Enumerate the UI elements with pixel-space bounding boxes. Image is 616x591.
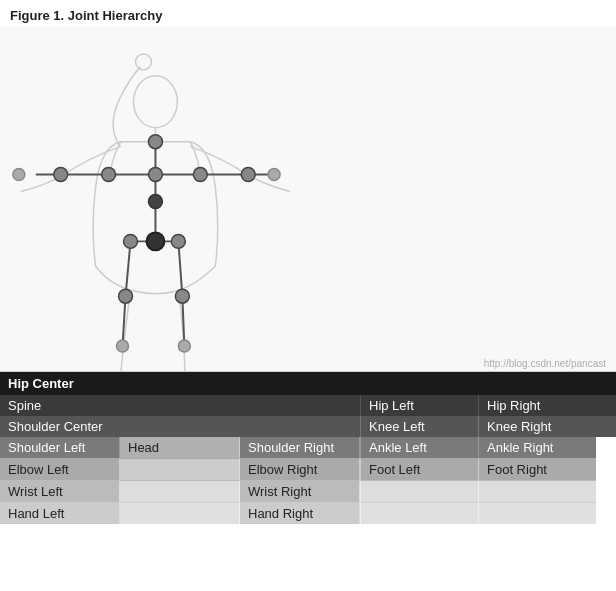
empty-cell-2 (120, 481, 240, 503)
row-shoulders-ankles: Shoulder Left Head Shoulder Right Ankle … (0, 437, 616, 459)
svg-point-0 (134, 76, 178, 128)
elbow-right-cell: Elbow Right (240, 459, 360, 481)
svg-point-2 (136, 54, 152, 70)
svg-point-10 (148, 135, 162, 149)
row-elbows-feet: Elbow Left Elbow Right Foot Left Foot Ri… (0, 459, 616, 481)
elbow-left-label: Elbow Left (8, 462, 69, 477)
hand-left-cell: Hand Left (0, 503, 120, 524)
row-hands: Hand Left Hand Right (0, 503, 616, 524)
empty-cell-7 (478, 503, 596, 524)
figure-title: Figure 1. Joint Hierarchy (0, 0, 616, 27)
empty-cell-1 (120, 459, 240, 481)
svg-line-6 (126, 241, 131, 296)
spine-cell: Spine (0, 395, 360, 416)
svg-point-17 (241, 168, 255, 182)
ankle-left-label: Ankle Left (369, 440, 427, 455)
svg-line-8 (178, 241, 182, 296)
knee-left-cell: Knee Left (360, 416, 478, 437)
knee-right-cell: Knee Right (478, 416, 596, 437)
empty-cell-3 (360, 481, 478, 503)
shoulder-left-label: Shoulder Left (8, 440, 85, 455)
svg-point-18 (13, 169, 25, 181)
elbow-left-cell: Elbow Left (0, 459, 120, 481)
svg-point-13 (146, 232, 164, 250)
shoulder-center-label: Shoulder Center (8, 419, 103, 434)
foot-left-cell: Foot Left (360, 459, 478, 481)
elbow-right-label: Elbow Right (248, 462, 317, 477)
page: Figure 1. Joint Hierarchy (0, 0, 616, 591)
spine-label: Spine (8, 398, 41, 413)
shoulder-left-cell: Shoulder Left (0, 437, 120, 459)
ankle-right-cell: Ankle Right (478, 437, 596, 459)
svg-point-19 (268, 169, 280, 181)
shoulder-right-cell: Shoulder Right (240, 437, 360, 459)
knee-right-label: Knee Right (487, 419, 551, 434)
wrist-right-label: Wrist Right (248, 484, 311, 499)
hip-right-cell: Hip Right (478, 395, 596, 416)
wrist-left-cell: Wrist Left (0, 481, 120, 503)
diagram-area: http://blog.csdn.net/pancast (0, 27, 616, 372)
ankle-right-label: Ankle Right (487, 440, 553, 455)
svg-point-21 (171, 234, 185, 248)
empty-cell-4 (478, 481, 596, 503)
hip-center-label: Hip Center (8, 376, 74, 391)
foot-left-label: Foot Left (369, 462, 420, 477)
hip-left-cell: Hip Left (360, 395, 478, 416)
hip-right-label: Hip Right (487, 398, 540, 413)
svg-point-25 (178, 340, 190, 352)
skeleton-svg (0, 27, 616, 371)
svg-point-11 (148, 168, 162, 182)
svg-point-24 (117, 340, 129, 352)
shoulder-center-row: Shoulder Center Knee Left Knee Right (0, 416, 616, 437)
svg-point-22 (119, 289, 133, 303)
row-wrists: Wrist Left Wrist Right (0, 481, 616, 503)
spine-row: Spine Hip Left Hip Right (0, 395, 616, 416)
svg-point-23 (175, 289, 189, 303)
svg-point-14 (102, 168, 116, 182)
svg-point-20 (124, 234, 138, 248)
svg-point-16 (54, 168, 68, 182)
head-label: Head (128, 440, 159, 455)
hip-center-row: Hip Center (0, 372, 616, 395)
hand-right-cell: Hand Right (240, 503, 360, 524)
shoulder-center-cell: Shoulder Center (0, 416, 360, 437)
hand-left-label: Hand Left (8, 506, 64, 521)
empty-cell-5 (120, 503, 240, 524)
ankle-left-cell: Ankle Left (360, 437, 478, 459)
foot-right-cell: Foot Right (478, 459, 596, 481)
foot-right-label: Foot Right (487, 462, 547, 477)
watermark: http://blog.csdn.net/pancast (484, 358, 606, 369)
hand-right-label: Hand Right (248, 506, 313, 521)
wrist-left-label: Wrist Left (8, 484, 63, 499)
head-cell: Head (120, 437, 240, 459)
hierarchy-table: Hip Center Spine Hip Left Hip Right Shou… (0, 372, 616, 591)
hip-left-label: Hip Left (369, 398, 414, 413)
shoulder-right-label: Shoulder Right (248, 440, 334, 455)
svg-point-12 (148, 195, 162, 209)
wrist-right-cell: Wrist Right (240, 481, 360, 503)
svg-point-15 (193, 168, 207, 182)
knee-left-label: Knee Left (369, 419, 425, 434)
empty-cell-6 (360, 503, 478, 524)
